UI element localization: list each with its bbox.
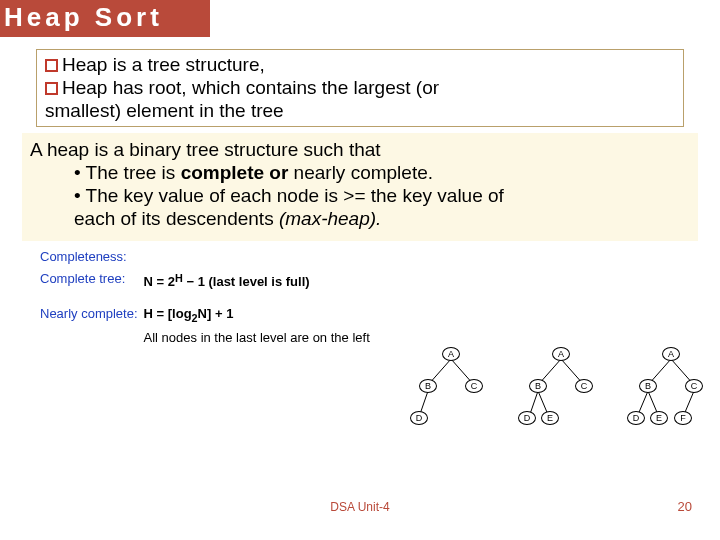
definition-box: A heap is a binary tree structure such t… bbox=[22, 133, 698, 240]
intro-line: Heap has root, which contains the larges… bbox=[62, 77, 439, 98]
formula-text: − 1 (last level is full) bbox=[183, 275, 310, 290]
tree-node: A bbox=[662, 347, 680, 361]
tree-node: D bbox=[518, 411, 536, 425]
bullet-square-icon bbox=[45, 82, 58, 95]
tree-node: F bbox=[674, 411, 692, 425]
tree-node: C bbox=[685, 379, 703, 393]
tree-3: A B C D E F bbox=[625, 345, 717, 440]
def-text: nearly complete. bbox=[294, 162, 433, 183]
tree-diagrams: A B C D A B C D E A B C D E F bbox=[405, 345, 717, 440]
def-bold: complete bbox=[181, 162, 264, 183]
def-intro: A heap is a binary tree structure such t… bbox=[30, 139, 690, 162]
slide-title: Heap Sort bbox=[0, 0, 210, 37]
tree-node: B bbox=[529, 379, 547, 393]
formula-text: H = [log bbox=[144, 306, 192, 321]
intro-line: Heap is a tree structure, bbox=[62, 54, 265, 75]
formula-text: N] + 1 bbox=[198, 306, 234, 321]
footer-course: DSA Unit-4 bbox=[330, 500, 389, 514]
bullet-square-icon bbox=[45, 59, 58, 72]
tree-node: D bbox=[627, 411, 645, 425]
tree-node: A bbox=[552, 347, 570, 361]
completeness-label: Completeness: bbox=[40, 247, 142, 268]
tree-node: A bbox=[442, 347, 460, 361]
tree-node: D bbox=[410, 411, 428, 425]
def-bold: or bbox=[264, 162, 294, 183]
nearly-note: All nodes in the last level are on the l… bbox=[144, 328, 374, 349]
def-italic: (max-heap). bbox=[279, 208, 381, 229]
tree-1: A B C D bbox=[405, 345, 497, 440]
formula-text: N = 2 bbox=[144, 275, 175, 290]
tree-node: B bbox=[419, 379, 437, 393]
formula-sup: H bbox=[175, 271, 183, 283]
intro-line: smallest) element in the tree bbox=[45, 100, 284, 121]
footer-page-number: 20 bbox=[678, 499, 692, 514]
tree-node: E bbox=[650, 411, 668, 425]
tree-node: C bbox=[575, 379, 593, 393]
tree-node: E bbox=[541, 411, 559, 425]
def-text: • The key value of each node is >= the k… bbox=[30, 185, 690, 208]
tree-2: A B C D E bbox=[515, 345, 607, 440]
tree-node: C bbox=[465, 379, 483, 393]
complete-tree-label: Complete tree: bbox=[40, 269, 142, 293]
tree-node: B bbox=[639, 379, 657, 393]
completeness-defs: Completeness: Complete tree: N = 2H − 1 … bbox=[38, 245, 702, 352]
intro-box: Heap is a tree structure, Heap has root,… bbox=[36, 49, 684, 127]
def-text: each of its descendents bbox=[74, 208, 279, 229]
def-text: • The tree is bbox=[74, 162, 181, 183]
nearly-complete-label: Nearly complete: bbox=[40, 304, 142, 327]
